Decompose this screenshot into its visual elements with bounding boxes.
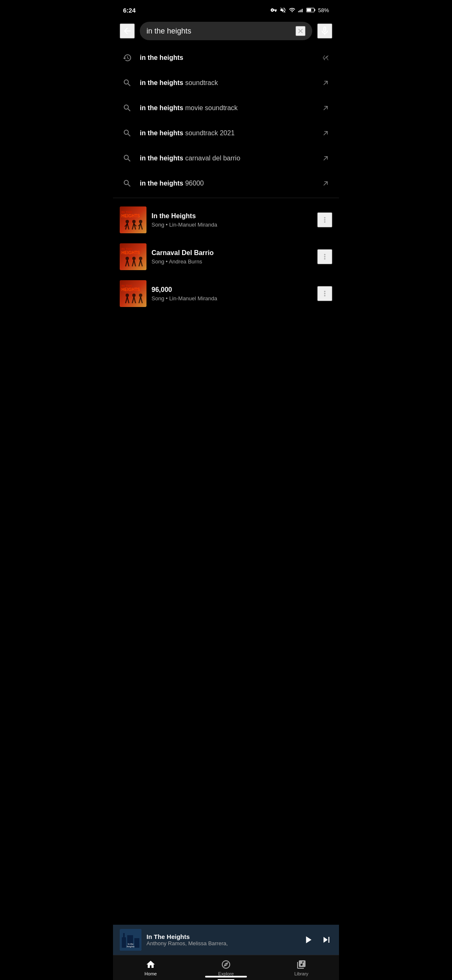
- suggestion-text-2: in the heights movie soundtrack: [140, 104, 314, 112]
- arrow-icon-1: [321, 78, 331, 88]
- back-button[interactable]: [120, 23, 135, 39]
- svg-point-31: [139, 257, 142, 260]
- home-nav-label: Home: [144, 971, 157, 976]
- mini-player[interactable]: In the Heights In The Heights Anthony Ra…: [113, 925, 339, 955]
- more-icon-1: [321, 253, 329, 261]
- svg-rect-50: [134, 938, 139, 948]
- svg-point-14: [132, 220, 136, 223]
- clear-icon: [297, 27, 304, 35]
- result-subtitle-2: Song • Lin-Manuel Miranda: [152, 295, 312, 302]
- result-item-2[interactable]: IN THE HEIGHTS 96,000 Song • Lin-Manuel …: [113, 275, 339, 312]
- svg-text:HEIGHTS: HEIGHTS: [121, 214, 140, 218]
- suggestion-item-3[interactable]: in the heights soundtrack 2021: [113, 121, 339, 146]
- album-thumb-1: IN THE HEIGHTS: [120, 243, 146, 270]
- mute-icon: [280, 7, 286, 13]
- suggestion-item-2[interactable]: in the heights movie soundtrack: [113, 95, 339, 121]
- search-bar-row: in the heights: [113, 18, 339, 44]
- svg-text:Heights: Heights: [127, 945, 135, 948]
- suggestion-text-5: in the heights 96000: [140, 180, 314, 187]
- svg-rect-1: [299, 10, 300, 13]
- result-title-2: 96,000: [152, 286, 312, 294]
- svg-point-40: [132, 294, 136, 297]
- mini-player-controls: [302, 934, 332, 946]
- nav-library[interactable]: Library: [264, 956, 339, 980]
- more-icon-0: [321, 216, 329, 224]
- result-title-0: In the Heights: [152, 212, 312, 220]
- library-nav-icon: [296, 959, 306, 970]
- mic-button[interactable]: [317, 23, 332, 39]
- mini-player-artist: Anthony Ramos, Melissa Barrera,: [146, 940, 297, 946]
- result-subtitle-1: Song • Andrea Burns: [152, 258, 312, 265]
- result-info-1: Carnaval Del Barrio Song • Andrea Burns: [152, 249, 312, 265]
- more-icon-2: [321, 289, 329, 298]
- nav-home[interactable]: Home: [113, 956, 188, 980]
- signal-icon: [298, 7, 304, 13]
- arrow-icon-5: [321, 178, 331, 188]
- search-icon-5: [121, 178, 133, 189]
- skip-next-icon: [321, 934, 332, 946]
- suggestion-item-4[interactable]: in the heights carnaval del barrio: [113, 146, 339, 171]
- mic-icon: [319, 26, 330, 36]
- result-item-0[interactable]: IN THE HEIGHTS: [113, 201, 339, 238]
- explore-nav-label: Explore: [218, 971, 234, 976]
- arrow-icon-4: [321, 153, 331, 163]
- search-input[interactable]: in the heights: [146, 27, 292, 36]
- more-button-0[interactable]: [317, 212, 332, 227]
- more-button-1[interactable]: [317, 249, 332, 264]
- arrow-icon-3: [321, 128, 331, 138]
- suggestion-item-history[interactable]: in the heights: [113, 45, 339, 70]
- svg-rect-2: [300, 10, 301, 12]
- play-icon: [302, 934, 314, 946]
- search-icon-3: [121, 127, 133, 139]
- search-icon-2: [121, 102, 133, 114]
- arrow-icon-0: [321, 53, 331, 63]
- svg-rect-47: [122, 937, 126, 948]
- search-input-container[interactable]: in the heights: [140, 22, 312, 40]
- more-button-2[interactable]: [317, 286, 332, 301]
- svg-point-28: [132, 257, 136, 260]
- svg-rect-0: [298, 11, 299, 12]
- svg-text:HEIGHTS: HEIGHTS: [121, 250, 140, 255]
- battery-icon: [306, 7, 316, 13]
- suggestion-item-5[interactable]: in the heights 96000: [113, 171, 339, 196]
- wifi-icon: [289, 7, 295, 13]
- mini-player-album: In the Heights: [120, 929, 141, 951]
- status-icons: 58%: [270, 7, 329, 13]
- svg-rect-48: [123, 933, 125, 937]
- key-icon: [270, 7, 277, 13]
- svg-point-37: [126, 294, 129, 297]
- result-info-0: In the Heights Song • Lin-Manuel Miranda: [152, 212, 312, 228]
- mini-player-title: In The Heights: [146, 933, 297, 940]
- suggestion-text-1: in the heights soundtrack: [140, 79, 314, 87]
- svg-rect-5: [314, 9, 315, 11]
- result-subtitle-0: Song • Lin-Manuel Miranda: [152, 222, 312, 228]
- result-item-1[interactable]: IN THE HEIGHTS Carnaval Del Barrio Song …: [113, 238, 339, 275]
- album-thumb-2: IN THE HEIGHTS: [120, 280, 146, 307]
- result-title-1: Carnaval Del Barrio: [152, 249, 312, 257]
- skip-next-button[interactable]: [321, 934, 332, 946]
- suggestion-item-1[interactable]: in the heights soundtrack: [113, 70, 339, 95]
- svg-point-10: [126, 220, 129, 223]
- svg-rect-6: [307, 8, 311, 11]
- status-time: 6:24: [123, 7, 136, 14]
- suggestion-text-3: in the heights soundtrack 2021: [140, 129, 314, 137]
- svg-point-18: [139, 220, 142, 223]
- mini-player-info: In The Heights Anthony Ramos, Melissa Ba…: [146, 933, 297, 946]
- home-nav-icon: [146, 959, 156, 970]
- svg-text:HEIGHTS: HEIGHTS: [121, 287, 140, 292]
- clear-button[interactable]: [295, 26, 306, 36]
- search-icon-4: [121, 152, 133, 164]
- svg-point-25: [126, 257, 129, 260]
- explore-nav-icon: [221, 959, 231, 970]
- suggestion-text-0: in the heights: [140, 54, 314, 62]
- suggestion-text-4: in the heights carnaval del barrio: [140, 155, 314, 162]
- svg-rect-3: [302, 9, 303, 12]
- play-button[interactable]: [302, 934, 314, 946]
- home-indicator: [205, 976, 247, 977]
- library-nav-label: Library: [294, 971, 308, 976]
- result-info-2: 96,000 Song • Lin-Manuel Miranda: [152, 286, 312, 302]
- back-icon: [122, 26, 132, 36]
- arrow-icon-2: [321, 103, 331, 113]
- album-thumb-0: IN THE HEIGHTS: [120, 206, 146, 233]
- search-icon-1: [121, 77, 133, 89]
